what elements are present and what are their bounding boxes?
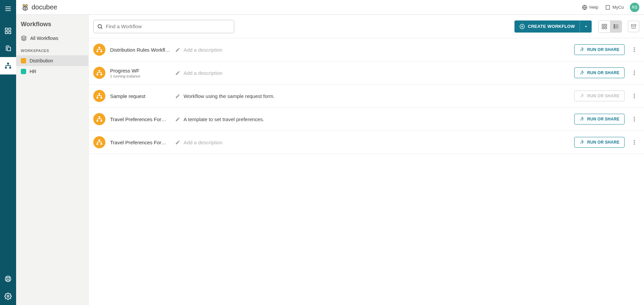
search-box[interactable] [93,20,234,33]
workspace-item[interactable]: HR [16,66,88,77]
nav-documents[interactable] [0,40,16,57]
svg-point-52 [634,51,635,52]
svg-rect-5 [5,32,7,34]
svg-rect-68 [97,120,98,121]
sidebar-title: Workflows [16,21,88,33]
run-or-share-button[interactable]: RUN OR SHARE [574,44,625,55]
run-or-share-button[interactable]: RUN OR SHARE [574,67,625,78]
nav-support[interactable] [0,270,16,288]
gear-icon [4,293,12,300]
layers-icon [21,35,27,41]
nav-settings[interactable] [0,288,16,305]
menu-toggle[interactable] [0,0,16,17]
list-toolbar: CREATE WORKFLOW [89,15,644,38]
view-list-button[interactable] [610,21,622,32]
svg-rect-67 [99,116,100,118]
run-icon [579,70,585,75]
workflow-icon [4,62,12,69]
nav-dashboard[interactable] [0,22,16,40]
svg-rect-43 [614,28,614,28]
workflow-type-icon [93,90,105,102]
svg-rect-55 [100,74,102,75]
search-input[interactable] [106,23,231,29]
row-menu-button[interactable] [629,91,639,101]
workflow-row[interactable]: Sample request Workflow using the sample… [89,85,644,108]
workflow-description: Add a description [184,47,222,53]
edit-description-icon[interactable] [175,94,180,99]
svg-point-73 [634,120,635,121]
workflow-row[interactable]: Distribution Rules Workflow Add a descri… [89,38,644,61]
row-menu-button[interactable] [629,137,639,147]
svg-rect-22 [606,5,610,9]
help-button[interactable]: Help [579,3,602,12]
run-icon [579,140,585,145]
svg-rect-4 [9,28,11,30]
row-menu-button[interactable] [629,68,639,78]
all-workflows-label: All Workflows [30,36,58,41]
workspace-item[interactable]: Distribution [16,55,88,66]
create-workflow-dropdown[interactable] [580,20,592,33]
run-icon [579,93,585,99]
svg-point-66 [634,97,635,98]
svg-rect-74 [99,140,100,141]
svg-point-57 [634,70,635,71]
svg-rect-48 [100,51,102,52]
svg-rect-61 [97,97,98,98]
workflow-description: Add a description [184,140,222,145]
workflow-description: Add a description [184,70,222,76]
svg-point-50 [634,47,635,48]
svg-point-70 [582,117,583,118]
org-label: MyCo [612,5,624,10]
create-workflow-button[interactable]: CREATE WORKFLOW [514,20,580,33]
workflow-description: Workflow using the sample request form. [184,93,275,99]
run-label: RUN OR SHARE [587,70,620,75]
user-avatar[interactable]: RS [630,3,639,12]
svg-point-79 [634,142,635,143]
sidebar: Workflows All Workflows WORKSPACES Distr… [16,15,89,305]
svg-line-29 [101,28,102,29]
run-or-share-button[interactable]: RUN OR SHARE [574,114,625,124]
edit-description-icon[interactable] [175,47,180,52]
sidebar-all-workflows[interactable]: All Workflows [16,33,88,44]
svg-rect-6 [9,32,11,34]
nav-rail [0,0,16,305]
caret-down-icon [584,24,588,29]
svg-point-77 [582,140,583,141]
svg-rect-37 [605,27,607,29]
documents-icon [4,45,12,52]
avatar-initials: RS [632,5,638,10]
svg-marker-27 [21,36,27,39]
topbar: docubee Help MyCo RS [16,0,644,15]
row-menu-button[interactable] [629,114,639,124]
svg-point-78 [634,140,635,141]
workflow-row[interactable]: Travel Preferences Form v... A template … [89,108,644,131]
edit-description-icon[interactable] [175,140,180,145]
run-or-share-button[interactable]: RUN OR SHARE [574,137,625,148]
workflow-row[interactable]: Travel Preferences Form v... Add a descr… [89,131,644,154]
create-label: CREATE WORKFLOW [528,24,575,29]
run-label: RUN OR SHARE [587,94,620,98]
workspace-color-chip [21,58,26,63]
svg-point-18 [23,4,25,6]
edit-description-icon[interactable] [175,117,180,122]
edit-description-icon[interactable] [175,70,180,75]
svg-rect-69 [100,120,102,121]
svg-rect-7 [7,63,9,64]
nav-workflows[interactable] [0,57,16,74]
archive-button[interactable] [628,21,639,32]
svg-rect-8 [5,67,7,69]
building-icon [605,5,610,10]
svg-rect-53 [99,70,100,71]
view-grid-button[interactable] [599,21,610,32]
lifebuoy-icon [4,275,12,283]
workflow-type-icon [93,44,105,56]
svg-point-71 [634,117,635,118]
org-button[interactable]: MyCo [602,3,627,12]
workflow-row[interactable]: Progress WF 1 running instance Add a des… [89,61,644,85]
svg-point-64 [634,94,635,95]
workflow-name: Sample request [110,93,170,99]
workflow-description: A template to set travel preferences. [184,116,264,122]
row-menu-button[interactable] [629,45,639,55]
workflow-type-icon [93,67,105,79]
brand-logo[interactable]: docubee [21,3,57,12]
